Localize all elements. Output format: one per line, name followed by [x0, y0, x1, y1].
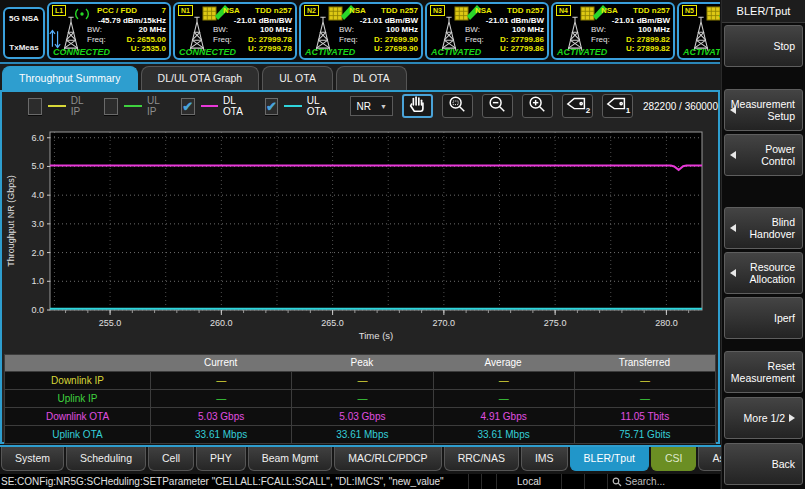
softkey-power-control[interactable]: Power Control	[724, 134, 803, 176]
cell-title-right: 7	[162, 6, 166, 16]
zoom-out-button[interactable]	[482, 94, 513, 118]
cell-bw-value: 20 MHz	[138, 25, 166, 35]
cell-panel-n3: N3NSATDD n257-21.01 dBm/BWBW:100 MHzFreq…	[425, 2, 549, 60]
cell-bw: BW:20 MHz	[87, 25, 166, 35]
hand-icon	[407, 94, 427, 118]
softkey-iperf[interactable]: Iperf	[724, 297, 803, 339]
sample-counter: 282200 / 360000	[643, 101, 718, 112]
cell-title-right: TDD n257	[507, 6, 544, 16]
cell-power-value: -21.01 dBm/BW	[234, 16, 292, 26]
config-tab-rrc-nas[interactable]: RRC/NAS	[444, 447, 519, 471]
marker-2-button[interactable]: 2	[562, 94, 593, 118]
cell-dl-freq: D: 27799.86	[500, 35, 544, 45]
row-value: 4.91 Gbps	[433, 408, 574, 425]
cell-bw: BW:100 MHz	[591, 25, 670, 35]
svg-text:2.0: 2.0	[31, 248, 44, 258]
config-tab-ims[interactable]: IMS	[521, 447, 568, 471]
config-tab-scheduling[interactable]: Scheduling	[66, 447, 146, 471]
config-tab-bler-tput[interactable]: BLER/Tput	[570, 447, 649, 471]
status-separator	[561, 474, 584, 489]
cell-power-value: -21.01 dBm/BW	[612, 16, 670, 26]
legend-item-dl-ota: ✔DL OTA	[181, 95, 251, 117]
cell-power-value: -21.01 dBm/BW	[360, 16, 418, 26]
zoom-original-button[interactable]	[442, 94, 473, 118]
cell-title-left: NSA	[465, 6, 492, 16]
cell-status: ACTIVATED	[305, 47, 355, 57]
search-box[interactable]: Search...	[607, 474, 720, 489]
row-value: —	[574, 390, 715, 407]
cell-freq-dl: Freq:D: 27999.78	[213, 35, 292, 45]
softkey-label: Power Control	[739, 143, 795, 167]
graph-tab-bar: Throughput SummaryDL/UL OTA GraphUL OTAD…	[0, 64, 722, 90]
cell-freq-label: Freq:	[339, 35, 358, 45]
softkey-back[interactable]: Back	[724, 443, 803, 485]
arrow-left-icon	[730, 269, 736, 277]
config-tab-mac-rlc-pdcp[interactable]: MAC/RLC/PDCP	[334, 447, 441, 471]
softkey-more-1-2[interactable]: More 1/2	[724, 397, 803, 439]
cell-freq-dl: Freq:D: 2655.00	[87, 35, 166, 45]
cell-panel-l1: L1PCC / FDD7-45.79 dBm/15kHzBW:20 MHzFre…	[47, 2, 171, 60]
softkey-measurement-setup[interactable]: Measurement Setup	[724, 89, 803, 131]
cell-freq-label: Freq:	[213, 35, 232, 45]
legend-checkbox[interactable]	[104, 98, 118, 115]
softkey-resource-allocation[interactable]: Resource Allocation	[724, 252, 803, 294]
cell-title: PCC / FDD7	[87, 6, 166, 16]
cell-dl-freq: D: 27999.78	[248, 35, 292, 45]
tab-ul-ota[interactable]: UL OTA	[262, 66, 333, 90]
config-tab-csi[interactable]: CSI	[651, 447, 697, 471]
cell-status: ACTIVATED	[683, 47, 720, 57]
zoom-in-button[interactable]	[522, 94, 553, 118]
legend-checkbox[interactable]	[28, 98, 42, 115]
cell-freq-dl: Freq:D: 27799.86	[465, 35, 544, 45]
sidebar-title: BLER/Tput	[722, 0, 805, 23]
row-value: —	[291, 390, 432, 407]
cell-power: -21.01 dBm/BW	[339, 16, 418, 26]
scpi-command-text: SE:CONFig:NR5G:SCHeduling:SETParameter "…	[0, 476, 468, 487]
search-icon	[612, 477, 622, 487]
zoom-minus-icon	[487, 94, 507, 118]
row-value: 5.03 Gbps	[150, 408, 291, 425]
config-tab-system[interactable]: System	[1, 447, 64, 471]
svg-text:5.0: 5.0	[31, 161, 44, 171]
marker-number: 2	[586, 106, 590, 115]
config-tab-cell[interactable]: Cell	[148, 447, 194, 471]
beam-antenna-icon	[706, 5, 720, 23]
legend-line-swatch	[201, 105, 218, 107]
marker-1-button[interactable]: 1	[602, 94, 633, 118]
legend-label: DL OTA	[223, 95, 251, 117]
svg-text:Time (s): Time (s)	[359, 330, 393, 341]
table-header-cell	[5, 355, 150, 371]
legend-item-ul-ota: ✔UL OTA	[265, 95, 335, 117]
cell-ul-freq: U: 27799.86	[500, 44, 544, 54]
row-label: Uplink OTA	[5, 426, 150, 443]
row-value: 11.05 Tbits	[574, 408, 715, 425]
cell-title-left: NSA	[339, 6, 366, 16]
arrow-left-icon	[730, 151, 736, 159]
technology-select[interactable]: NR ▼	[350, 96, 392, 116]
tab-dl-ota[interactable]: DL OTA	[336, 66, 407, 90]
local-remote-indicator[interactable]: Local	[496, 474, 561, 489]
softkey-label: Reset Measurement	[731, 360, 795, 384]
mode-box-line1: 5G NSA	[9, 14, 39, 23]
softkey-reset-measurement[interactable]: Reset Measurement	[724, 351, 803, 393]
search-placeholder: Search...	[625, 476, 665, 487]
legend-checkbox[interactable]: ✔	[265, 98, 279, 115]
status-separator	[481, 474, 496, 489]
tab-dl-ul-ota-graph[interactable]: DL/UL OTA Graph	[141, 66, 260, 90]
tab-throughput-summary[interactable]: Throughput Summary	[2, 66, 138, 90]
legend-label: UL IP	[147, 95, 167, 117]
softkey-stop[interactable]: Stop	[724, 25, 803, 67]
legend-checkbox[interactable]: ✔	[181, 98, 195, 115]
chevron-down-icon: ▼	[380, 103, 387, 110]
cell-status: ACTIVATED	[557, 47, 607, 57]
softkey-blind-handover[interactable]: Blind Handover	[724, 207, 803, 249]
config-tab-phy[interactable]: PHY	[196, 447, 246, 471]
status-separator	[584, 474, 607, 489]
legend-item-ul-ip: UL IP	[104, 95, 166, 117]
arrow-left-icon	[730, 106, 736, 114]
softkey-label: Resource Allocation	[739, 261, 795, 285]
cell-freq-dl: Freq:D: 27899.82	[591, 35, 670, 45]
pan-tool-button[interactable]	[402, 94, 433, 118]
config-tab-beam-mgmt[interactable]: Beam Mgmt	[248, 447, 333, 471]
config-tab-bar: SystemSchedulingCellPHYBeam MgmtMAC/RLC/…	[0, 445, 721, 474]
